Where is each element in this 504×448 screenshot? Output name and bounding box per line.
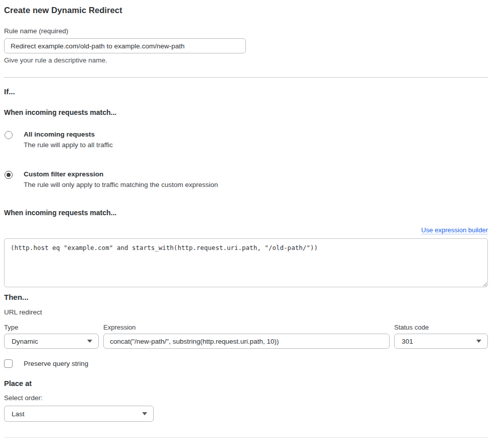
chevron-down-icon xyxy=(87,340,92,343)
checkbox-unchecked-icon[interactable] xyxy=(4,359,13,368)
radio-selected-icon[interactable] xyxy=(5,171,13,179)
chevron-down-icon xyxy=(476,340,481,343)
type-select[interactable]: Dynamic xyxy=(4,334,99,349)
if-heading: If... xyxy=(4,87,488,96)
use-expression-builder-link[interactable]: Use expression builder xyxy=(421,226,488,234)
chevron-down-icon xyxy=(142,412,147,415)
status-code-label: Status code xyxy=(394,324,488,331)
order-select-value: Last xyxy=(12,410,25,418)
radio-label: All incoming requests xyxy=(24,131,113,138)
radio-label: Custom filter expression xyxy=(24,170,218,178)
preserve-query-string-option[interactable]: Preserve query string xyxy=(4,359,488,368)
radio-all-incoming-requests[interactable]: All incoming requests The rule will appl… xyxy=(4,131,488,149)
select-order-label: Select order: xyxy=(4,394,488,402)
create-redirect-form: Create new Dynamic Redirect Rule name (r… xyxy=(0,0,504,448)
type-select-value: Dynamic xyxy=(12,338,38,345)
page-title: Create new Dynamic Redirect xyxy=(4,6,488,15)
expression-subheading: When incoming requests match... xyxy=(4,209,488,217)
radio-description: The rule will apply to all traffic xyxy=(24,141,113,149)
expression-label: Expression xyxy=(103,324,390,331)
rule-name-label: Rule name (required) xyxy=(4,27,488,35)
status-code-select[interactable]: 301 xyxy=(394,334,488,349)
preserve-query-string-label: Preserve query string xyxy=(24,360,88,367)
rule-name-input[interactable] xyxy=(4,38,246,53)
section-divider xyxy=(4,77,488,78)
footer-divider xyxy=(4,437,488,438)
url-redirect-label: URL redirect xyxy=(4,308,488,316)
rule-name-helper: Give your rule a descriptive name. xyxy=(4,56,488,64)
incoming-requests-subheading: When incoming requests match... xyxy=(4,108,488,116)
status-code-select-value: 301 xyxy=(402,338,413,345)
type-label: Type xyxy=(4,324,99,331)
radio-description: The rule will only apply to traffic matc… xyxy=(24,181,218,188)
place-at-heading: Place at xyxy=(4,379,488,388)
filter-expression-textarea[interactable]: (http.host eq "example.com" and starts_w… xyxy=(4,238,488,287)
order-select[interactable]: Last xyxy=(4,406,154,422)
radio-unselected-icon[interactable] xyxy=(5,131,13,139)
radio-custom-filter-expression[interactable]: Custom filter expression The rule will o… xyxy=(4,170,488,188)
redirect-expression-input[interactable] xyxy=(103,334,390,349)
then-heading: Then... xyxy=(4,293,488,301)
